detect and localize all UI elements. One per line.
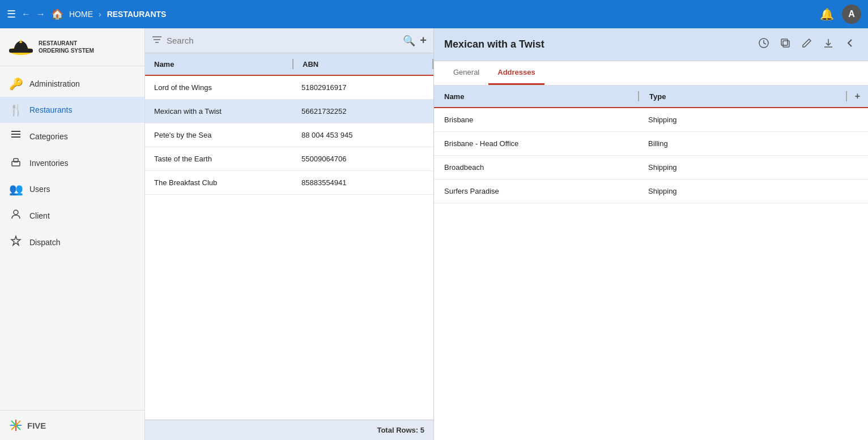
svg-rect-1: [9, 49, 33, 53]
cell-abn: 51802916917: [292, 83, 433, 92]
col-sep-2: [432, 59, 433, 69]
sidebar-item-administration[interactable]: 🔑 Administration: [0, 71, 144, 97]
svg-rect-19: [781, 39, 788, 45]
addr-cell-name: Brisbane: [434, 116, 638, 124]
cell-name: Taste of the Earth: [145, 155, 292, 163]
search-icon[interactable]: 🔍: [403, 35, 415, 47]
forward-arrow-icon[interactable]: →: [36, 9, 45, 19]
restaurants-table-header: Name ABN: [145, 53, 433, 76]
addr-col-name: Name: [434, 92, 638, 101]
sidebar-item-users-label: Users: [29, 185, 50, 194]
sidebar-item-client-label: Client: [29, 211, 50, 220]
detail-title: Mexican with a Twist: [444, 39, 750, 50]
table-row[interactable]: Pete's by the Sea 88 004 453 945: [145, 123, 433, 147]
search-input[interactable]: [167, 36, 398, 45]
nav-right: 🔔 A: [820, 5, 861, 24]
download-button[interactable]: [820, 36, 836, 53]
cell-name: The Breakfast Club: [145, 178, 292, 187]
sidebar-footer: FIVE: [0, 410, 144, 440]
sidebar-item-restaurants-label: Restaurants: [29, 105, 72, 114]
copy-button[interactable]: [777, 36, 793, 53]
sidebar-item-categories[interactable]: Categories: [0, 123, 144, 149]
table-row[interactable]: Taste of the Earth 55009064706: [145, 147, 433, 171]
table-row[interactable]: The Breakfast Club 85883554941: [145, 171, 433, 195]
history-button[interactable]: [756, 36, 772, 53]
client-icon: [9, 208, 23, 223]
table-row[interactable]: Mexican with a Twist 56621732252: [145, 100, 433, 123]
top-nav: ☰ ← → 🏠 HOME › RESTAURANTS 🔔 A: [0, 0, 868, 28]
content-panels: 🔍 + Name ABN Lord of the Wings 518029169…: [145, 28, 868, 440]
svg-point-8: [14, 210, 18, 215]
cell-name: Mexican with a Twist: [145, 107, 292, 116]
inventories-icon: [9, 156, 23, 170]
sidebar-item-dispatch-label: Dispatch: [29, 238, 60, 247]
cell-abn: 85883554941: [292, 178, 433, 187]
key-icon: 🔑: [9, 77, 23, 91]
col-header-abn: ABN: [293, 60, 432, 69]
breadcrumb-current: RESTAURANTS: [107, 10, 167, 19]
avatar[interactable]: A: [842, 5, 861, 24]
addr-cell-type: Shipping: [638, 163, 868, 172]
home-label[interactable]: HOME: [69, 10, 93, 19]
addr-cell-type: Shipping: [638, 187, 868, 195]
address-row[interactable]: Broadbeach Shipping: [434, 156, 868, 180]
edit-button[interactable]: [799, 36, 815, 53]
addr-cell-name: Broadbeach: [434, 163, 638, 172]
cell-abn: 88 004 453 945: [292, 131, 433, 139]
search-bar: 🔍 +: [145, 28, 433, 53]
breadcrumb-sep: ›: [99, 10, 101, 19]
filter-icon: [152, 36, 162, 46]
sidebar: RESTAURANT ORDERING SYSTEM 🔑 Administrat…: [0, 28, 145, 440]
sidebar-item-inventories[interactable]: Inventories: [0, 149, 144, 176]
tab-general[interactable]: General: [444, 61, 488, 85]
cell-abn: 55009064706: [292, 155, 433, 163]
svg-rect-3: [11, 131, 20, 132]
cell-abn: 56621732252: [292, 107, 433, 116]
back-detail-button[interactable]: [842, 36, 858, 53]
five-text: FIVE: [27, 421, 46, 430]
sidebar-item-categories-label: Categories: [29, 132, 68, 141]
detail-tabs: General Addresses: [434, 61, 868, 86]
hamburger-icon[interactable]: ☰: [7, 8, 16, 20]
cell-name: Pete's by the Sea: [145, 131, 292, 139]
address-row[interactable]: Brisbane Shipping: [434, 108, 868, 132]
five-logo-icon: [9, 418, 23, 432]
add-restaurant-button[interactable]: +: [420, 34, 427, 47]
address-row[interactable]: Brisbane - Head Office Billing: [434, 132, 868, 156]
sidebar-item-administration-label: Administration: [29, 79, 80, 88]
logo-hat-icon: [9, 36, 33, 58]
detail-header: Mexican with a Twist: [434, 28, 868, 61]
sidebar-item-users[interactable]: 👥 Users: [0, 176, 144, 202]
addr-col-type: Type: [639, 92, 846, 101]
tab-addresses[interactable]: Addresses: [488, 61, 544, 85]
sidebar-item-client[interactable]: Client: [0, 202, 144, 229]
sidebar-logo-text: RESTAURANT ORDERING SYSTEM: [39, 40, 94, 54]
sidebar-item-inventories-label: Inventories: [29, 159, 68, 168]
sidebar-item-restaurants[interactable]: 🍴 Restaurants: [0, 97, 144, 123]
svg-rect-5: [11, 136, 20, 138]
addr-cell-name: Surfers Paradise: [434, 187, 638, 195]
back-arrow-icon[interactable]: ←: [22, 9, 31, 19]
total-rows-label: Total Rows: 5: [377, 426, 424, 434]
add-address-button[interactable]: +: [847, 91, 868, 101]
addr-cell-name: Brisbane - Head Office: [434, 139, 638, 148]
bell-icon[interactable]: 🔔: [820, 7, 834, 21]
sidebar-logo: RESTAURANT ORDERING SYSTEM: [0, 28, 144, 66]
home-icon: 🏠: [51, 8, 63, 20]
addr-cell-type: Shipping: [638, 116, 868, 124]
addresses-table-header: Name Type +: [434, 86, 868, 108]
dispatch-icon: [9, 235, 23, 249]
svg-rect-4: [11, 134, 20, 135]
left-panel: 🔍 + Name ABN Lord of the Wings 518029169…: [145, 28, 434, 440]
main-layout: RESTAURANT ORDERING SYSTEM 🔑 Administrat…: [0, 28, 868, 440]
address-row[interactable]: Surfers Paradise Shipping: [434, 180, 868, 203]
cell-name: Lord of the Wings: [145, 83, 292, 92]
addresses-body: Brisbane Shipping Brisbane - Head Office…: [434, 108, 868, 440]
users-icon: 👥: [9, 182, 23, 196]
table-row[interactable]: Lord of the Wings 51802916917: [145, 76, 433, 100]
addr-cell-type: Billing: [638, 139, 868, 148]
table-footer: Total Rows: 5: [145, 420, 433, 440]
sidebar-item-dispatch[interactable]: Dispatch: [0, 229, 144, 255]
col-header-name: Name: [145, 60, 292, 69]
sidebar-nav: 🔑 Administration 🍴 Restaurants Categorie…: [0, 66, 144, 410]
